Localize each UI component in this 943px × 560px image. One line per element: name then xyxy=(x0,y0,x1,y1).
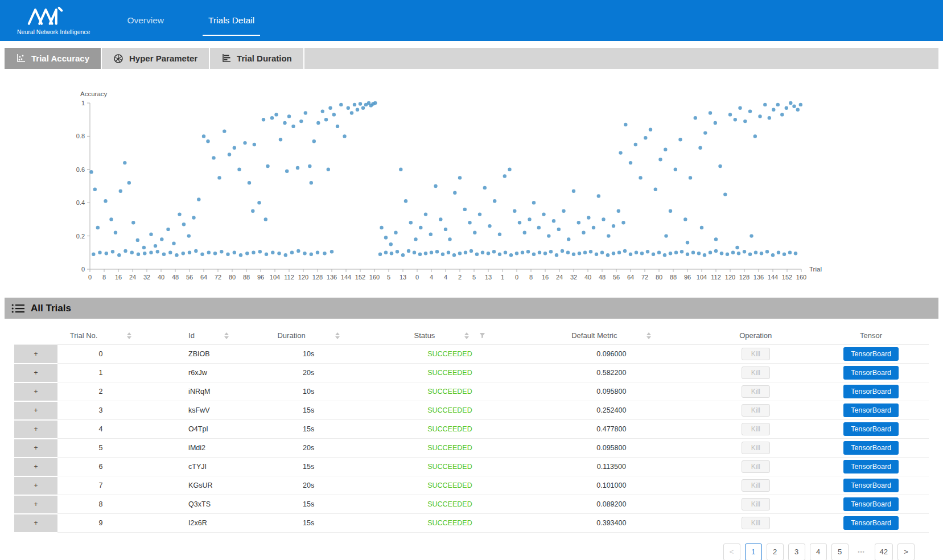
svg-text:4: 4 xyxy=(444,274,447,281)
svg-text:0.2: 0.2 xyxy=(76,233,85,240)
svg-text:40: 40 xyxy=(584,274,591,281)
operation-cell: Kill xyxy=(698,364,813,382)
pagination-next[interactable]: > xyxy=(897,543,915,560)
pagination-prev[interactable]: < xyxy=(723,543,740,560)
tab-trial-accuracy[interactable]: Trial Accuracy xyxy=(5,48,102,69)
tensorboard-button[interactable]: TensorBoard xyxy=(843,479,899,492)
pagination-page-1[interactable]: 1 xyxy=(745,543,762,560)
tensorboard-button[interactable]: TensorBoard xyxy=(843,441,899,455)
svg-text:Accuracy: Accuracy xyxy=(80,90,108,97)
kill-button[interactable]: Kill xyxy=(742,423,770,435)
table-row: +9I2x6R15sSUCCEEDED0.393400KillTensorBoa… xyxy=(14,514,929,533)
svg-text:112: 112 xyxy=(284,274,294,281)
kill-button[interactable]: Kill xyxy=(742,442,770,454)
column-header-trial-no[interactable]: Trial No. xyxy=(57,326,144,345)
operation-cell: Kill xyxy=(698,476,813,495)
pagination-ellipsis[interactable]: ••• xyxy=(853,543,870,560)
status-cell: SUCCEEDED xyxy=(375,364,525,382)
trial-id-cell: O4TpI xyxy=(144,420,242,439)
status-cell: SUCCEEDED xyxy=(375,401,525,420)
svg-text:2: 2 xyxy=(458,274,462,281)
expand-row-button[interactable]: + xyxy=(14,495,57,514)
tensorboard-button[interactable]: TensorBoard xyxy=(843,516,899,530)
tensor-cell: TensorBoard xyxy=(813,420,929,439)
tensorboard-button[interactable]: TensorBoard xyxy=(843,366,899,380)
tensorboard-button[interactable]: TensorBoard xyxy=(843,460,899,473)
svg-text:0: 0 xyxy=(415,274,419,281)
status-cell: SUCCEEDED xyxy=(375,476,525,495)
kill-button[interactable]: Kill xyxy=(742,460,770,473)
tensorboard-button[interactable]: TensorBoard xyxy=(843,497,899,511)
svg-text:160: 160 xyxy=(796,274,806,281)
svg-text:Trial: Trial xyxy=(809,266,822,273)
pagination-page-42[interactable]: 42 xyxy=(875,543,893,560)
status-cell: SUCCEEDED xyxy=(375,495,525,514)
filter-icon[interactable] xyxy=(479,332,485,339)
expand-row-button[interactable]: + xyxy=(14,420,57,439)
sort-icon[interactable] xyxy=(224,332,229,339)
expand-row-button[interactable]: + xyxy=(14,458,57,476)
expand-row-button[interactable]: + xyxy=(14,382,57,401)
tensorboard-button[interactable]: TensorBoard xyxy=(843,403,899,417)
svg-text:32: 32 xyxy=(143,274,150,281)
svg-text:128: 128 xyxy=(312,274,323,281)
expand-row-button[interactable]: + xyxy=(14,364,57,382)
expand-row-button[interactable]: + xyxy=(14,514,57,533)
expand-column-header xyxy=(14,326,57,345)
nav-trials-detail[interactable]: Trials Detail xyxy=(203,0,260,41)
expand-row-button[interactable]: + xyxy=(14,476,57,495)
sort-icon[interactable] xyxy=(127,332,131,339)
svg-text:13: 13 xyxy=(485,274,492,281)
column-header-default-metric[interactable]: Default Metric xyxy=(525,326,698,345)
tab-hyper-parameter[interactable]: Hyper Parameter xyxy=(102,48,210,69)
tensorboard-button[interactable]: TensorBoard xyxy=(843,422,899,436)
tensor-cell: TensorBoard xyxy=(813,364,929,382)
default-metric-cell: 0.582200 xyxy=(525,364,698,382)
column-header-status[interactable]: Status xyxy=(375,326,525,345)
trial-no-cell: 2 xyxy=(57,382,144,401)
svg-text:152: 152 xyxy=(782,274,792,281)
nni-logo-mark xyxy=(26,6,81,27)
operation-cell: Kill xyxy=(698,345,813,364)
tensorboard-button[interactable]: TensorBoard xyxy=(843,347,899,361)
trial-id-cell: I2x6R xyxy=(144,514,242,533)
pagination-page-3[interactable]: 3 xyxy=(788,543,805,560)
expand-row-button[interactable]: + xyxy=(14,401,57,420)
kill-button[interactable]: Kill xyxy=(742,517,770,529)
column-header-duration[interactable]: Duration xyxy=(242,326,374,345)
operation-cell: Kill xyxy=(698,382,813,401)
pagination-page-2[interactable]: 2 xyxy=(767,543,784,560)
trial-id-cell: iMdi2 xyxy=(144,439,242,458)
kill-button[interactable]: Kill xyxy=(742,404,770,417)
tab-label: Hyper Parameter xyxy=(129,53,197,63)
column-label: Duration xyxy=(277,331,305,340)
duration-cell: 15s xyxy=(242,514,374,533)
svg-text:144: 144 xyxy=(768,274,778,281)
sort-icon[interactable] xyxy=(646,332,651,339)
svg-text:64: 64 xyxy=(200,274,207,281)
pagination-page-4[interactable]: 4 xyxy=(810,543,827,560)
svg-text:136: 136 xyxy=(753,274,764,281)
default-metric-cell: 0.113500 xyxy=(525,458,698,476)
expand-row-button[interactable]: + xyxy=(14,439,57,458)
column-header-id[interactable]: Id xyxy=(144,326,242,345)
pagination-page-5[interactable]: 5 xyxy=(831,543,849,560)
svg-text:144: 144 xyxy=(341,274,351,281)
chart-tab-bar: Trial Accuracy Hyper Parameter Trial Dur… xyxy=(5,48,938,69)
default-metric-cell: 0.096000 xyxy=(525,345,698,364)
kill-button[interactable]: Kill xyxy=(742,348,770,360)
tab-trial-duration[interactable]: Trial Duration xyxy=(210,48,304,69)
sort-icon[interactable] xyxy=(464,332,469,339)
kill-button[interactable]: Kill xyxy=(742,479,770,492)
svg-text:1: 1 xyxy=(81,100,85,106)
svg-text:88: 88 xyxy=(670,274,677,281)
expand-row-button[interactable]: + xyxy=(14,345,57,364)
kill-button[interactable]: Kill xyxy=(742,367,770,379)
tensorboard-button[interactable]: TensorBoard xyxy=(843,385,899,398)
table-header-row: Trial No.IdDurationStatusDefault MetricO… xyxy=(14,326,929,345)
duration-cell: 20s xyxy=(242,364,374,382)
kill-button[interactable]: Kill xyxy=(742,498,770,510)
nav-overview[interactable]: Overview xyxy=(121,0,170,41)
kill-button[interactable]: Kill xyxy=(742,385,770,398)
sort-icon[interactable] xyxy=(335,332,340,339)
